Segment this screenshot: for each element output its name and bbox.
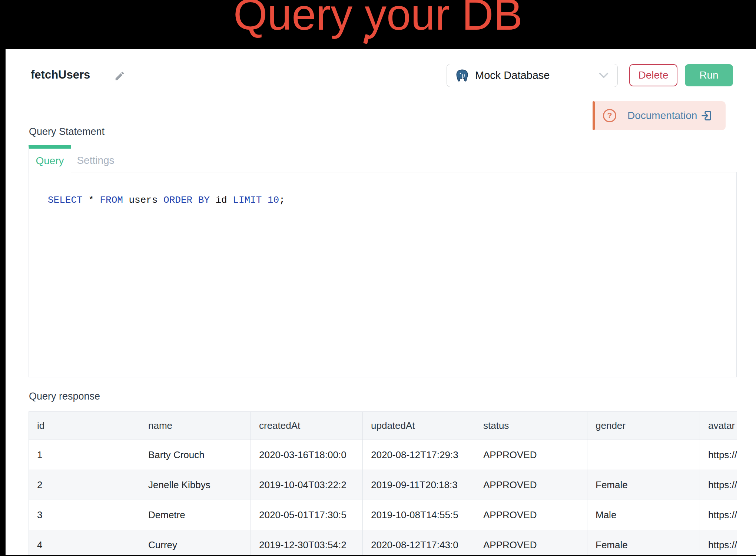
sql-statement: SELECT * FROM users ORDER BY id LIMIT 10… bbox=[48, 195, 285, 206]
run-button[interactable]: Run bbox=[685, 64, 733, 86]
cell-id: 4 bbox=[29, 530, 140, 555]
cell-id: 1 bbox=[29, 440, 140, 470]
cell-status: APPROVED bbox=[475, 530, 587, 555]
tab-query[interactable]: Query bbox=[29, 145, 71, 173]
column-header-gender: gender bbox=[587, 412, 700, 440]
cell-gender: Male bbox=[587, 500, 700, 530]
cell-updatedAt: 2019-10-08T14:55:5 bbox=[363, 500, 475, 530]
cell-id: 3 bbox=[29, 500, 140, 530]
cell-avatar: https:// bbox=[700, 470, 737, 500]
cell-name: Jenelle Kibbys bbox=[140, 470, 251, 500]
query-response-label: Query response bbox=[29, 391, 100, 402]
sql-editor[interactable]: SELECT * FROM users ORDER BY id LIMIT 10… bbox=[29, 172, 737, 377]
database-dropdown-value: Mock Database bbox=[475, 69, 599, 82]
database-dropdown[interactable]: Mock Database bbox=[447, 64, 618, 87]
cell-name: Currey bbox=[140, 530, 251, 555]
column-header-avatar: avatar bbox=[700, 412, 737, 440]
table-row: 2Jenelle Kibbys2019-10-04T03:22:22019-09… bbox=[29, 470, 737, 500]
cell-createdAt: 2019-12-30T03:54:2 bbox=[251, 530, 363, 555]
cell-createdAt: 2020-03-16T18:00:0 bbox=[251, 440, 363, 470]
cell-createdAt: 2019-10-04T03:22:2 bbox=[251, 470, 363, 500]
documentation-label: Documentation bbox=[627, 110, 697, 122]
table-row: 3Demetre2020-05-01T17:30:52019-10-08T14:… bbox=[29, 500, 737, 530]
table-row: 1Barty Crouch2020-03-16T18:00:02020-08-1… bbox=[29, 440, 737, 470]
column-header-createdAt: createdAt bbox=[251, 412, 363, 440]
table-row: 4Currey2019-12-30T03:54:22020-08-12T17:4… bbox=[29, 530, 737, 555]
query-name-title: fetchUsers bbox=[31, 68, 90, 82]
cell-gender: Female bbox=[587, 530, 700, 555]
cell-status: APPROVED bbox=[475, 440, 587, 470]
cell-updatedAt: 2019-09-11T20:18:3 bbox=[363, 470, 475, 500]
cell-name: Demetre bbox=[140, 500, 251, 530]
column-header-name: name bbox=[140, 412, 251, 440]
column-header-status: status bbox=[475, 412, 587, 440]
cell-status: APPROVED bbox=[475, 470, 587, 500]
query-response-table: idnamecreatedAtupdatedAtstatusgenderavat… bbox=[29, 411, 737, 555]
cell-avatar: https:// bbox=[700, 440, 737, 470]
tab-settings[interactable]: Settings bbox=[71, 149, 120, 172]
column-header-id: id bbox=[29, 412, 140, 440]
postgresql-icon bbox=[455, 69, 469, 83]
cell-updatedAt: 2020-08-12T17:29:3 bbox=[363, 440, 475, 470]
column-header-updatedAt: updatedAt bbox=[363, 412, 475, 440]
query-response-table-container[interactable]: idnamecreatedAtupdatedAtstatusgenderavat… bbox=[29, 411, 737, 555]
cell-status: APPROVED bbox=[475, 500, 587, 530]
edit-pencil-icon[interactable] bbox=[114, 70, 125, 82]
query-statement-label: Query Statement bbox=[29, 126, 105, 138]
delete-button[interactable]: Delete bbox=[629, 64, 677, 86]
cell-id: 2 bbox=[29, 470, 140, 500]
cell-createdAt: 2020-05-01T17:30:5 bbox=[251, 500, 363, 530]
question-circle-icon: ? bbox=[603, 109, 616, 122]
chevron-down-icon bbox=[599, 72, 609, 79]
table-header-row: idnamecreatedAtupdatedAtstatusgenderavat… bbox=[29, 412, 737, 440]
cell-updatedAt: 2020-08-12T17:43:0 bbox=[363, 530, 475, 555]
cell-gender: Female bbox=[587, 470, 700, 500]
cell-gender bbox=[587, 440, 700, 470]
page-title: Query your DB bbox=[0, 0, 756, 36]
open-external-icon bbox=[701, 110, 712, 121]
cell-avatar: https:// bbox=[700, 500, 737, 530]
cell-avatar: https:// bbox=[700, 530, 737, 555]
documentation-link[interactable]: ? Documentation bbox=[595, 101, 726, 130]
cell-name: Barty Crouch bbox=[140, 440, 251, 470]
